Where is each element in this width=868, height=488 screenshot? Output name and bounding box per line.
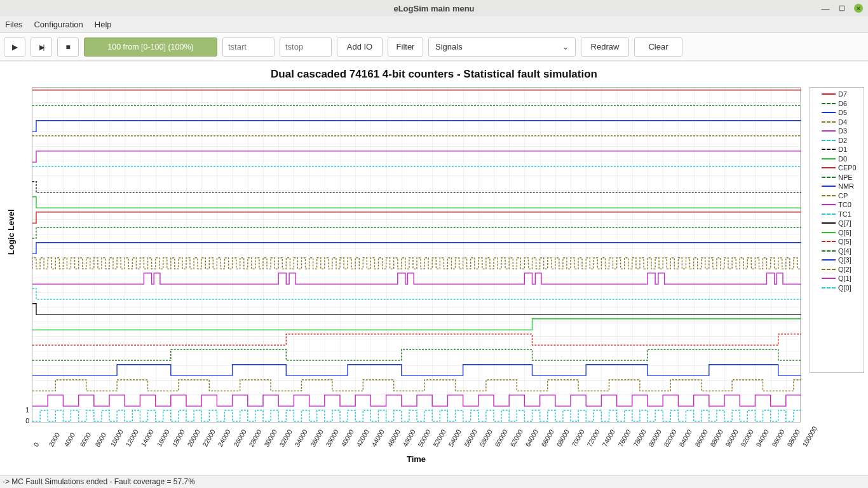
- legend-item[interactable]: Q[0]: [814, 284, 860, 292]
- legend-item[interactable]: D5: [814, 109, 860, 116]
- menu-help[interactable]: Help: [95, 20, 112, 29]
- legend-swatch: [822, 269, 836, 270]
- x-tick: 32000: [278, 428, 294, 448]
- legend-swatch: [822, 177, 836, 178]
- legend-label: CP: [838, 192, 860, 200]
- close-icon[interactable]: [854, 4, 863, 13]
- menu-configuration[interactable]: Configuration: [34, 20, 83, 29]
- x-tick: 66000: [539, 428, 555, 448]
- legend-swatch: [822, 186, 836, 187]
- clear-label: Clear: [648, 42, 668, 51]
- filter-button[interactable]: Filter: [388, 37, 423, 57]
- legend-label: CEP0: [838, 164, 860, 172]
- x-tick: 14000: [139, 428, 155, 448]
- legend-item[interactable]: Q[7]: [814, 219, 860, 227]
- legend-item[interactable]: CP: [814, 192, 860, 200]
- legend-item[interactable]: Q[4]: [814, 247, 860, 255]
- legend-label: D3: [838, 127, 860, 135]
- legend-item[interactable]: D7: [814, 90, 860, 98]
- x-tick: 20000: [186, 428, 201, 448]
- minimize-icon[interactable]: [821, 4, 830, 13]
- legend-swatch: [822, 149, 836, 150]
- legend-item[interactable]: D1: [814, 146, 860, 153]
- x-tick: 50000: [416, 428, 432, 448]
- tstop-input[interactable]: tstop: [280, 37, 332, 57]
- x-tick: 12000: [124, 428, 140, 448]
- legend-swatch: [822, 278, 836, 279]
- legend-item[interactable]: Q[5]: [814, 238, 860, 245]
- x-tick: 86000: [693, 428, 709, 448]
- window-titlebar: eLogSim main menu: [0, 0, 868, 17]
- legend-item[interactable]: Q[2]: [814, 266, 860, 273]
- legend-item[interactable]: TC1: [814, 210, 860, 218]
- maximize-icon[interactable]: [837, 4, 846, 13]
- x-tick: 70000: [570, 428, 586, 448]
- menu-files[interactable]: Files: [5, 20, 22, 29]
- legend-label: Q[4]: [838, 247, 860, 255]
- x-tick: 98000: [785, 428, 801, 448]
- legend-swatch: [822, 259, 836, 261]
- legend-item[interactable]: D2: [814, 137, 860, 144]
- legend-item[interactable]: NMR: [814, 182, 860, 190]
- x-tick: 16000: [155, 428, 171, 448]
- x-tick: 88000: [709, 428, 724, 448]
- legend-swatch: [822, 130, 836, 132]
- legend-swatch: [822, 241, 836, 242]
- legend-item[interactable]: D6: [814, 100, 860, 107]
- clear-button[interactable]: Clear: [634, 37, 682, 57]
- step-button[interactable]: [31, 37, 52, 57]
- legend-label: NPE: [838, 173, 860, 181]
- x-tick: 34000: [293, 428, 309, 448]
- signals-select[interactable]: Signals ⌄: [428, 37, 576, 57]
- legend-item[interactable]: D0: [814, 155, 860, 163]
- legend-item[interactable]: CEP0: [814, 164, 860, 172]
- legend-item[interactable]: TC0: [814, 201, 860, 208]
- chart-title: Dual cascaded 74161 4-bit counters - Sta…: [4, 64, 864, 85]
- legend-label: Q[1]: [838, 274, 860, 282]
- legend-swatch: [822, 204, 836, 205]
- add-io-button[interactable]: Add IO: [337, 37, 383, 57]
- x-tick: 90000: [724, 428, 740, 448]
- legend-item[interactable]: Q[1]: [814, 274, 860, 282]
- menubar: Files Configuration Help: [0, 17, 868, 33]
- x-tick: 28000: [247, 428, 263, 448]
- tstart-input[interactable]: tstart: [222, 37, 275, 57]
- legend-label: NMR: [838, 182, 860, 190]
- legend-swatch: [822, 232, 836, 233]
- legend-item[interactable]: Q[6]: [814, 229, 860, 236]
- redraw-label: Redraw: [591, 42, 620, 51]
- x-tick: 6000: [78, 431, 92, 448]
- legend-label: TC0: [838, 201, 860, 208]
- y-tick: 1: [20, 406, 29, 414]
- legend-label: Q[5]: [838, 238, 860, 245]
- play-button[interactable]: [4, 37, 25, 57]
- legend-item[interactable]: NPE: [814, 173, 860, 181]
- x-tick: 92000: [739, 428, 755, 448]
- redraw-button[interactable]: Redraw: [581, 37, 629, 57]
- plot-area[interactable]: [32, 87, 801, 423]
- x-tick: 72000: [585, 428, 601, 448]
- legend-label: TC1: [838, 210, 860, 218]
- legend-swatch: [822, 93, 836, 95]
- x-tick: 60000: [493, 428, 509, 448]
- legend-label: Q[0]: [838, 284, 860, 292]
- x-tick: 82000: [662, 428, 678, 448]
- x-tick: 0: [32, 441, 40, 448]
- x-tick: 4000: [62, 431, 76, 448]
- x-tick: 96000: [770, 428, 786, 448]
- legend-label: D7: [838, 90, 860, 98]
- stop-button[interactable]: [57, 37, 79, 57]
- legend-item[interactable]: D4: [814, 118, 860, 126]
- window-title: eLogSim main menu: [393, 4, 474, 13]
- x-tick: 78000: [632, 428, 648, 448]
- x-tick: 2000: [47, 431, 61, 448]
- legend-label: Q[7]: [838, 219, 860, 227]
- tstop-placeholder: tstop: [285, 42, 303, 51]
- legend-item[interactable]: Q[3]: [814, 256, 860, 264]
- legend-label: D6: [838, 100, 860, 107]
- progress-text: 100 from [0-100] (100%): [107, 43, 194, 51]
- legend-swatch: [822, 140, 836, 141]
- legend-item[interactable]: D3: [814, 127, 860, 135]
- x-tick: 84000: [677, 428, 693, 448]
- x-tick: 54000: [447, 428, 463, 448]
